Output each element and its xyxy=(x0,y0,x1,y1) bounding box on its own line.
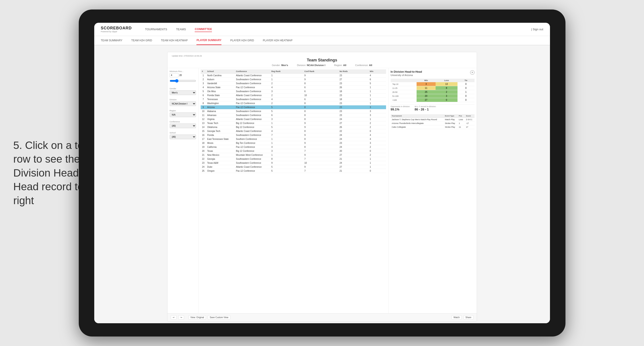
view-original-button[interactable]: View: Original xyxy=(188,315,206,320)
cell-conf-rank: 7 xyxy=(303,169,338,173)
cell-conf-rank: 7 xyxy=(303,157,338,161)
table-row[interactable]: 2 Auburn Southeastern Conference 1 9 27 … xyxy=(201,78,386,82)
table-row[interactable]: 15 Georgia Tech Atlantic Coast Conferenc… xyxy=(201,129,386,133)
cell-conf-rank: 8 xyxy=(303,113,338,117)
bottom-toolbar: ↩ ↪ View: Original Save Custom View Watc… xyxy=(168,313,477,321)
nav-tournaments[interactable]: TOURNAMENTS xyxy=(145,27,167,32)
logo-text: SCOREBOARD xyxy=(101,26,132,30)
table-row[interactable]: 25 Oregon Pac-12 Conference 5 7 21 0 xyxy=(201,169,386,173)
table-row[interactable]: 16 Florida Southeastern Conference 7 9 2… xyxy=(201,133,386,137)
cell-no-rnds: 23 xyxy=(338,101,368,105)
h2h-cell-win: 11 xyxy=(416,86,436,90)
table-row[interactable]: 24 Duke Atlantic Coast Conference 5 9 27… xyxy=(201,165,386,169)
min-rounds-slider[interactable] xyxy=(170,78,196,84)
table-row[interactable]: 4 Arizona State Pac-12 Conference 4 6 26… xyxy=(201,86,386,89)
cell-rank: 19 xyxy=(201,145,206,149)
cell-rank: 20 xyxy=(201,149,206,153)
table-row[interactable]: 9 Arizona Pac-12 Conference 5 8 23 3 xyxy=(201,105,386,109)
table-row[interactable]: 6 Florida State Atlantic Coast Conferenc… xyxy=(201,93,386,97)
cell-conference: Southeastern Conference xyxy=(235,82,270,86)
table-row[interactable]: 10 Alabama Southeastern Conference 5 8 2… xyxy=(201,109,386,113)
h2h-cell-label: >100 xyxy=(391,98,416,102)
cell-conference: Atlantic Coast Conference xyxy=(235,93,270,97)
table-row[interactable]: 12 Virginia Atlantic Coast Conference 3 … xyxy=(201,117,386,121)
cell-no-rnds: 24 xyxy=(338,161,368,165)
cell-win: 2 xyxy=(368,125,386,129)
table-row[interactable]: 23 Texas A&M Southeastern Conference 9 1… xyxy=(201,161,386,165)
school-select[interactable]: (All) xyxy=(170,135,196,139)
share-button[interactable]: Share xyxy=(464,315,474,320)
cell-conference: Atlantic Coast Conference xyxy=(235,117,270,121)
cell-school: Georgia Tech xyxy=(206,129,235,133)
table-row[interactable]: 22 Georgia Southeastern Conference 8 7 2… xyxy=(201,157,386,161)
cell-reg-rank: 4 xyxy=(270,145,303,149)
table-row[interactable]: 1 North Carolina Atlantic Coast Conferen… xyxy=(201,74,386,78)
cell-win: 3 xyxy=(368,109,386,113)
cell-no-rnds: 18 xyxy=(338,97,368,101)
cell-school: Arizona State xyxy=(206,86,235,89)
col-win: Win xyxy=(368,69,386,74)
watch-button[interactable]: Watch xyxy=(452,315,462,320)
table-row[interactable]: 14 Oklahoma Big 12 Conference 5 9 26 2 xyxy=(201,125,386,129)
table-row[interactable]: 5 Ole Miss Southeastern Conference 3 6 1… xyxy=(201,89,386,93)
cell-reg-rank: 8 xyxy=(270,157,303,161)
table-row[interactable]: 8 Washington Pac-12 Conference 2 8 23 1 xyxy=(201,101,386,105)
region-select[interactable]: N/A East West xyxy=(170,112,196,117)
division-filter: Division: NCAA Division I xyxy=(297,64,325,66)
sub-nav-player-h2h-grid[interactable]: PLAYER H2H GRID xyxy=(230,36,254,45)
table-row[interactable]: 18 Illinois Big Ten Conference 1 9 23 3 xyxy=(201,141,386,145)
cell-conf-rank: 8 xyxy=(303,109,338,113)
sub-nav-team-summary[interactable]: TEAM SUMMARY xyxy=(101,36,122,45)
sub-nav-team-h2h-heatmap[interactable]: TEAM H2H HEATMAP xyxy=(161,36,188,45)
table-row[interactable]: 17 East Tennessee State Southern Confere… xyxy=(201,137,386,141)
table-row[interactable]: 13 Texas Tech Big 12 Conference 1 9 27 2 xyxy=(201,121,386,125)
cell-win: 2 xyxy=(368,153,386,157)
cell-school: Ole Miss xyxy=(206,89,235,93)
cell-conf-rank: 9 xyxy=(303,74,338,78)
h2h-close-button[interactable]: ✕ xyxy=(470,70,474,75)
table-row[interactable]: 7 Tennessee Southeastern Conference 4 6 … xyxy=(201,97,386,101)
h2h-cell-loss: 3 xyxy=(436,94,458,98)
cell-reg-rank: 3 xyxy=(270,89,303,93)
nav-teams[interactable]: TEAMS xyxy=(176,27,186,32)
h2h-col-win: Win xyxy=(416,79,436,82)
history-group: ↩ ↪ xyxy=(171,315,184,320)
cell-no-rnds: 24 xyxy=(338,137,368,141)
table-row[interactable]: 11 Arkansas Southeastern Conference 6 8 … xyxy=(201,113,386,117)
sub-nav-player-summary[interactable]: PLAYER SUMMARY xyxy=(196,36,221,45)
min-rounds-input[interactable] xyxy=(170,73,178,77)
cell-conf-rank: 10 xyxy=(303,161,338,165)
cell-conference: Mountain West Conference xyxy=(235,153,270,157)
redo-button[interactable]: ↪ xyxy=(178,315,184,320)
table-row[interactable]: 21 New Mexico Mountain West Conference 1… xyxy=(201,153,386,157)
cell-win: 2 xyxy=(368,145,386,149)
cell-school: Georgia xyxy=(206,157,235,161)
cell-conference: Atlantic Coast Conference xyxy=(235,165,270,169)
cell-conference: Big 12 Conference xyxy=(235,121,270,125)
gender-select[interactable]: Men's Women's xyxy=(170,90,196,95)
conference-select[interactable]: (All) xyxy=(170,124,196,128)
sub-nav-player-h2h-heatmap[interactable]: PLAYER H2H HEATMAP xyxy=(263,36,292,45)
stats-row: Opponents in division: 99.1% W-L-T recor… xyxy=(391,104,474,112)
cell-no-rnds: 24 xyxy=(338,133,368,137)
cell-rank: 3 xyxy=(201,82,206,86)
undo-button[interactable]: ↩ xyxy=(171,315,176,320)
table-row[interactable]: 3 Vanderbilt Southeastern Conference 2 8… xyxy=(201,82,386,86)
table-row[interactable]: 20 Texas Big 12 Conference 3 7 20 0 xyxy=(201,149,386,153)
cell-conf-rank: 9 xyxy=(303,78,338,82)
cell-conf-rank: 6 xyxy=(303,97,338,101)
save-custom-button[interactable]: Save Custom View xyxy=(208,315,230,320)
division-select[interactable]: NCAA Division I NCAA Division II NAIA xyxy=(170,101,196,106)
sign-out-link[interactable]: | Sign out xyxy=(531,28,543,31)
cell-rank: 15 xyxy=(201,129,206,133)
sub-nav-team-h2h-grid[interactable]: TEAM H2H GRID xyxy=(131,36,152,45)
table-row[interactable]: 19 California Pac-12 Conference 4 8 24 2 xyxy=(201,145,386,149)
app-title: Team Standings xyxy=(172,58,472,62)
nav-committee[interactable]: COMMITTEE xyxy=(195,26,212,32)
cell-rank: 9 xyxy=(201,105,206,109)
cell-school: Texas A&M xyxy=(206,161,235,165)
col-conf-rank: Conf Rank xyxy=(303,69,338,74)
cell-win: 0 xyxy=(368,129,386,133)
cell-reg-rank: 6 xyxy=(270,113,303,117)
cell-no-rnds: 24 xyxy=(338,117,368,121)
